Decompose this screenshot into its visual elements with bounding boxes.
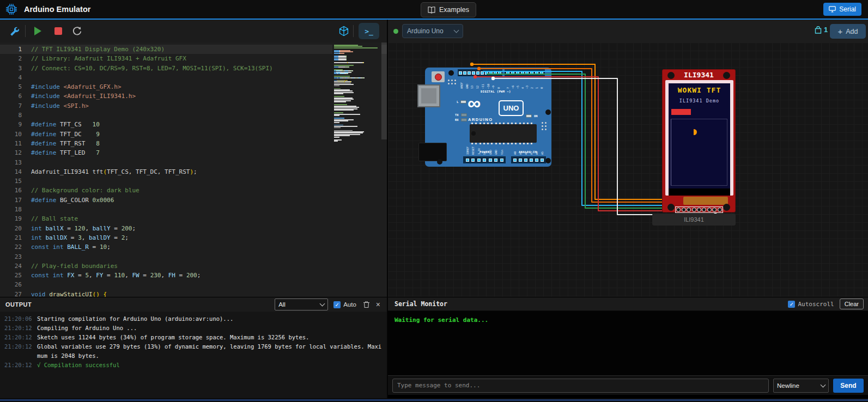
serial-message-input[interactable] [392, 379, 769, 393]
toolbar-separator [25, 25, 26, 37]
pin-hole[interactable] [692, 208, 696, 212]
board-status-dot [393, 29, 398, 34]
code-line: 12#define TFT_LED 7 [0, 148, 387, 157]
send-label: Send [840, 382, 856, 389]
book-icon [428, 7, 435, 14]
autoscroll-label: Autoscroll [798, 301, 834, 308]
code-line: 11#define TFT_RST 8 [0, 139, 387, 148]
log-row: 21:20:12Sketch uses 11244 bytes (34%) of… [0, 333, 387, 342]
serial-monitor-panel: Serial Monitor ✓ Autoscroll Clear Waitin… [388, 297, 868, 399]
send-button[interactable]: Send [833, 379, 864, 393]
code-line: 3// Connect: CS=10, DC/RS=9, RST=8, LED=… [0, 64, 387, 73]
code-line: 15 [0, 176, 387, 186]
code-line: 23 [0, 252, 387, 261]
pin-hole[interactable] [718, 208, 722, 212]
code-line: 6#include <Adafruit_ILI9341.h> [0, 92, 387, 101]
serial-monitor-header: Serial Monitor ✓ Autoscroll Clear [388, 297, 868, 311]
serial-button-label: Serial [839, 5, 856, 13]
editor-scrollbar[interactable] [381, 42, 387, 139]
display-bezel: WOKWI TFT ILI9341 Demo [665, 80, 733, 196]
screen-playfield [671, 119, 727, 186]
run-button[interactable] [31, 24, 45, 38]
examples-label: Examples [439, 6, 469, 14]
code-editor[interactable]: 1// TFT ILI9341 Display Demo (240x320)2/… [0, 42, 387, 297]
clear-serial-button[interactable]: Clear [840, 299, 864, 309]
clear-output-button[interactable] [362, 300, 372, 309]
pin-hole[interactable] [702, 208, 706, 212]
parts-count: 1 [815, 26, 828, 34]
pin-hole[interactable] [712, 208, 717, 212]
screen-subtitle: ILI9341 Demo [669, 98, 730, 103]
code-line: 21int ballDX = 3, ballDY = 2; [0, 233, 387, 242]
serial-toggle-button[interactable]: Serial [823, 3, 861, 16]
part-tooltip: ILI9341 [652, 214, 736, 226]
board-select[interactable]: Arduino Uno [402, 24, 463, 38]
wire[interactable] [479, 69, 664, 202]
parts-bag-icon [815, 26, 822, 34]
output-panel: OUTPUT All ✓ Auto × 21:20:06Starting com… [0, 297, 387, 399]
serial-input-row: Newline Send [388, 375, 868, 395]
editor-toolbar: >_ [0, 20, 387, 43]
code-line: 1// TFT ILI9341 Display Demo (240x320) [0, 45, 387, 54]
build-wrench-icon[interactable] [7, 24, 21, 38]
terminal-toggle-button[interactable]: >_ [359, 23, 379, 39]
line-ending-select[interactable]: Newline [773, 379, 829, 393]
mounting-hole [667, 204, 675, 211]
diagram-3d-button[interactable] [337, 24, 351, 38]
clear-label: Clear [845, 301, 859, 307]
wire-endpoint[interactable] [470, 63, 474, 66]
display-screen: WOKWI TFT ILI9341 Demo [669, 83, 730, 188]
wire[interactable] [487, 74, 664, 208]
stop-button[interactable] [51, 24, 65, 38]
wire-endpoint[interactable] [477, 67, 481, 70]
pin-hole[interactable] [676, 208, 681, 212]
auto-checkbox[interactable]: ✓ [333, 301, 341, 308]
code-line: 10#define TFT_DC 9 [0, 130, 387, 139]
chevron-down-icon [821, 382, 826, 387]
circuit-panel: Arduino Uno 1 + Add AREFGND1312~11~10~98 [388, 20, 868, 398]
wire[interactable] [483, 71, 664, 205]
wire[interactable] [472, 64, 664, 199]
code-line: 7#include <SPI.h> [0, 101, 387, 111]
code-line: 4 [0, 73, 387, 82]
plus-icon: + [837, 27, 842, 36]
line-ending-value: Newline [777, 382, 799, 389]
editor-minimap[interactable] [332, 42, 381, 297]
code-line: 22const int BALL_R = 10; [0, 242, 387, 252]
serial-message: Waiting for serial data... [388, 311, 868, 324]
add-label: Add [846, 28, 858, 35]
display-pin-row[interactable] [675, 206, 723, 213]
pin-hole[interactable] [682, 208, 686, 212]
restart-icon [72, 26, 82, 36]
add-part-button[interactable]: + Add [830, 24, 866, 39]
bottom-accent-bar [0, 398, 868, 402]
app-title: Arduino Emulator [24, 5, 90, 14]
code-line: 14Adafruit_ILI9341 tft(TFT_CS, TFT_DC, T… [0, 167, 387, 176]
pin-hole[interactable] [697, 208, 701, 212]
serial-output-area[interactable]: Waiting for serial data... [388, 311, 868, 375]
screen-black-band [669, 188, 730, 196]
cube-icon [338, 26, 349, 36]
code-line: 9#define TFT_CS 10 [0, 120, 387, 129]
serial-monitor-title: Serial Monitor [394, 300, 788, 308]
pin-hole[interactable] [687, 208, 691, 212]
stop-icon [54, 27, 62, 35]
autoscroll-checkbox[interactable]: ✓ [788, 301, 795, 308]
circuit-canvas[interactable]: AREFGND1312~11~10~98 7~6~54~3210 DIGITAL… [388, 42, 868, 297]
code-line: 24// Play-field boundaries [0, 261, 387, 271]
restart-button[interactable] [70, 24, 84, 38]
screen-title: WOKWI TFT [669, 86, 730, 94]
wire-endpoint[interactable] [491, 77, 495, 80]
output-filter-select[interactable]: All [275, 299, 328, 310]
examples-button[interactable]: Examples [421, 2, 476, 17]
wire[interactable] [475, 77, 665, 211]
code-lines: 1// TFT ILI9341 Display Demo (240x320)2/… [0, 45, 387, 297]
pin-hole[interactable] [707, 208, 712, 212]
ili9341-display[interactable]: ILI9341 WOKWI TFT ILI9341 Demo 1 9 [662, 69, 736, 212]
close-output-icon[interactable]: × [376, 300, 380, 309]
wire-endpoint[interactable] [474, 75, 477, 78]
display-connector [683, 197, 728, 205]
log-row: 21:20:12√ Compilation successful [0, 361, 387, 370]
topbar: Arduino Emulator Examples Serial [0, 0, 868, 20]
output-header: OUTPUT All ✓ Auto × [0, 297, 387, 312]
